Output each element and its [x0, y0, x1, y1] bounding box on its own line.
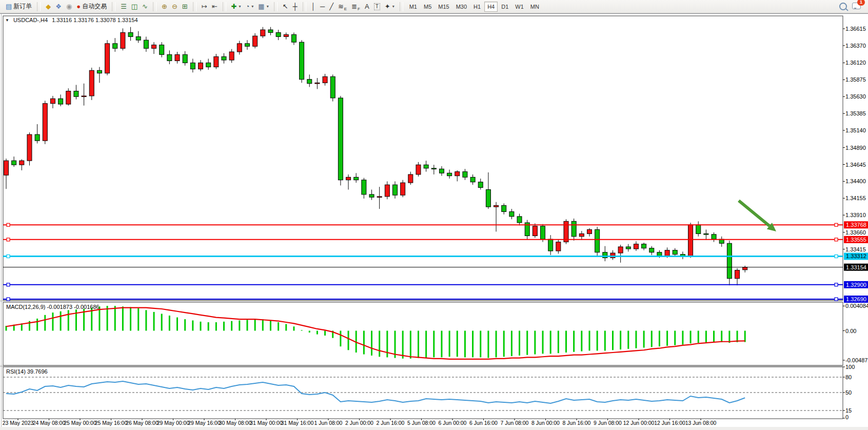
- resistance-line-2-handle[interactable]: [7, 238, 10, 241]
- text-button[interactable]: A: [363, 1, 371, 12]
- support-line-cyan-price-label: 1.33312: [846, 253, 866, 259]
- vertical-line-button[interactable]: │: [309, 1, 318, 12]
- zoom-out-icon[interactable]: ⊖: [170, 1, 180, 12]
- trendline-button[interactable]: ╱: [327, 1, 336, 12]
- timeframe-mn[interactable]: MN: [527, 2, 542, 12]
- candle-body: [121, 32, 125, 48]
- zoom-in-icon[interactable]: ⊕: [160, 1, 169, 12]
- dropdown-caret-icon: ▾: [251, 4, 253, 9]
- candle-body: [478, 182, 483, 188]
- candle-body: [688, 225, 693, 257]
- auto-trading-button-label: 自动交易: [82, 2, 107, 11]
- timeframe-d1[interactable]: D1: [498, 2, 511, 12]
- auto-trading-button[interactable]: ●自动交易: [74, 1, 109, 12]
- cursor-button[interactable]: ↖: [281, 1, 290, 12]
- new-order-button-label: 新订单: [13, 2, 32, 11]
- bar-chart-icon[interactable]: ☰: [119, 1, 129, 12]
- tile-windows-icon-glyph: ⊞: [182, 2, 188, 12]
- timeframe-m1[interactable]: M1: [406, 2, 420, 12]
- candle-body: [346, 177, 351, 180]
- horizontal-line-button[interactable]: ─: [318, 1, 327, 12]
- open-chart-icon[interactable]: ◆: [44, 1, 53, 12]
- chart-canvas[interactable]: 1.337681.335551.333121.331541.329001.326…: [0, 14, 868, 430]
- rsi-tick-label: 100: [845, 364, 855, 370]
- time-axis-label: 26 May 08:00: [126, 420, 159, 426]
- toolbar-separator: [223, 2, 226, 11]
- templates-button[interactable]: ▦▾: [256, 1, 270, 12]
- candle-body: [50, 99, 55, 103]
- time-axis-label: 30 May 08:00: [219, 420, 252, 426]
- periods-button[interactable]: ◔▾: [243, 1, 255, 12]
- collapse-chart-icon[interactable]: ▼: [5, 18, 9, 23]
- chart-shift-icon[interactable]: ⇤: [210, 1, 220, 12]
- candle-body: [743, 267, 747, 270]
- candle-body: [12, 161, 16, 165]
- candle-body: [463, 172, 467, 178]
- toolbar-separator: [400, 2, 403, 11]
- support-line-cyan-handle[interactable]: [7, 255, 10, 258]
- search-icon[interactable]: [839, 3, 847, 10]
- time-axis-label: 24 May 08:00: [33, 420, 66, 426]
- resistance-line-2-handle[interactable]: [835, 238, 838, 241]
- support-line-blue-1-handle[interactable]: [7, 283, 10, 286]
- bottom-strip: [0, 427, 868, 430]
- text-label-button[interactable]: T: [372, 1, 382, 12]
- candle-body: [175, 54, 180, 61]
- resistance-line-1-handle[interactable]: [7, 223, 10, 226]
- candle-body: [307, 80, 312, 84]
- profiles-icon[interactable]: ❖: [53, 1, 64, 12]
- toolbar-separator: [37, 2, 41, 11]
- support-line-blue-2-handle[interactable]: [7, 298, 10, 301]
- periods-glyph: ◔: [245, 2, 249, 12]
- candlestick-chart-icon[interactable]: ◫: [129, 1, 140, 12]
- support-line-blue-2-handle[interactable]: [835, 298, 838, 301]
- candle-body: [19, 161, 24, 165]
- candle-body: [97, 70, 102, 73]
- toolbar-group-1: ◆❖◉●自动交易: [42, 1, 110, 12]
- candle-body: [354, 177, 359, 180]
- new-order-button[interactable]: ▤新订单: [4, 1, 34, 12]
- candle-body: [408, 174, 413, 183]
- timeframe-h1[interactable]: H1: [470, 2, 484, 12]
- time-axis-label: 12 Jun 00:00: [623, 420, 655, 426]
- signals-icon[interactable]: ◉: [64, 1, 74, 12]
- candle-body: [532, 226, 537, 236]
- candle-body: [152, 45, 156, 49]
- timeframe-w1[interactable]: W1: [512, 2, 527, 12]
- candle-body: [727, 243, 732, 278]
- new-order-glyph: ▤: [6, 2, 12, 12]
- fibonacci-button[interactable]: ≣F: [349, 1, 362, 12]
- tile-windows-icon[interactable]: ⊞: [180, 1, 190, 12]
- indicators-button[interactable]: ✚▾: [229, 1, 243, 12]
- price-tick-label: 1.34645: [845, 162, 866, 168]
- equidistant-channel-button[interactable]: ≋E: [336, 1, 349, 12]
- crosshair-button[interactable]: ┼: [291, 1, 300, 12]
- bar-chart-icon-glyph: ☰: [121, 2, 127, 12]
- line-chart-icon[interactable]: ∿: [140, 1, 150, 12]
- candle-body: [268, 30, 273, 32]
- auto-scroll-icon[interactable]: ↦: [200, 1, 209, 12]
- chart-window[interactable]: 1.337681.335551.333121.331541.329001.326…: [0, 13, 868, 430]
- timeframe-m30[interactable]: M30: [453, 2, 470, 12]
- resistance-line-1-handle[interactable]: [835, 223, 838, 226]
- resistance-line-2-price-label: 1.33555: [846, 237, 866, 243]
- timeframe-m15[interactable]: M15: [435, 2, 452, 12]
- arrows-button[interactable]: ✦▾: [383, 1, 397, 12]
- candle-body: [113, 44, 117, 48]
- support-line-blue-1-handle[interactable]: [835, 283, 838, 286]
- dropdown-caret-icon: ▾: [267, 4, 269, 9]
- notifications-button[interactable]: 1: [852, 2, 861, 11]
- candle-body: [284, 34, 288, 36]
- templates-glyph: ▦: [258, 2, 264, 12]
- candle-body: [66, 91, 71, 105]
- main-toolbar: ▤新订单◆❖◉●自动交易☰◫∿⊕⊖⊞↦⇤✚▾◔▾▦▾↖┼│─╱≋E≣FAT✦▾M…: [0, 0, 868, 13]
- time-axis-label: 29 May 00:00: [157, 420, 190, 426]
- timeframe-h4[interactable]: H4: [484, 2, 498, 12]
- support-line-cyan-handle[interactable]: [835, 255, 838, 258]
- main-panel-frame: [3, 16, 843, 300]
- timeframe-m5[interactable]: M5: [421, 2, 435, 12]
- candle-body: [245, 44, 249, 46]
- open-chart-icon-glyph: ◆: [46, 2, 51, 12]
- toolbar-group-4: ↦⇤: [198, 1, 221, 12]
- price-tick-label: 1.33910: [845, 212, 866, 218]
